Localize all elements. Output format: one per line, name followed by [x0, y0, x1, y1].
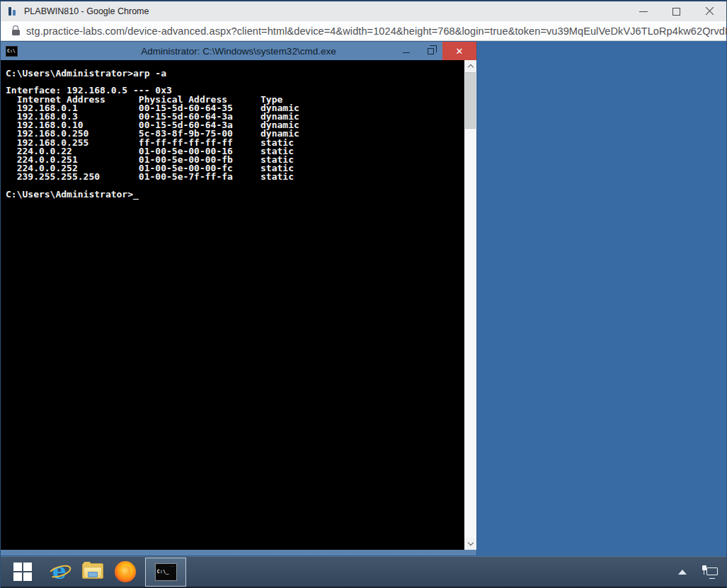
- cmd-icon-label: C:\_: [157, 569, 169, 575]
- cmd-icon: ... C:\_: [155, 563, 177, 581]
- scrollbar-thumb[interactable]: [465, 72, 476, 129]
- close-button[interactable]: [693, 1, 726, 21]
- windows-logo-icon: [13, 563, 32, 581]
- cmd-body: C:\Users\Administrator>arp -a Interface:…: [1, 60, 476, 550]
- restore-icon: [428, 48, 434, 54]
- cmd-restore-button[interactable]: [418, 42, 442, 60]
- site-favicon-icon: [8, 6, 18, 16]
- cmd-close-button[interactable]: ✕: [442, 42, 476, 60]
- minimize-icon: [639, 11, 648, 12]
- system-tray: [678, 557, 726, 587]
- taskbar-item-firefox[interactable]: [104, 557, 137, 587]
- chevron-down-icon: [467, 540, 473, 546]
- cmd-window-icon: C:\: [6, 46, 18, 57]
- window-controls: [626, 1, 726, 21]
- network-icon[interactable]: [702, 565, 718, 578]
- close-icon: ✕: [456, 47, 464, 56]
- scrollbar-track[interactable]: [464, 72, 476, 538]
- taskbar-item-cmd-active[interactable]: ... C:\_: [145, 558, 186, 587]
- show-hidden-icons-button[interactable]: [678, 570, 687, 575]
- start-button[interactable]: [6, 557, 39, 587]
- scroll-down-button[interactable]: [464, 538, 476, 550]
- maximize-icon: [672, 8, 680, 16]
- page-url: stg.practice-labs.com/device-advanced.as…: [26, 25, 727, 37]
- console-output[interactable]: C:\Users\Administrator>arp -a Interface:…: [1, 60, 464, 550]
- firefox-icon: [115, 561, 136, 582]
- cmd-window-controls: ✕: [394, 42, 476, 60]
- chevron-up-icon: [467, 64, 473, 70]
- file-explorer-icon: [82, 563, 103, 580]
- internet-explorer-icon: e: [50, 561, 71, 582]
- taskbar: e ... C:\_: [1, 556, 726, 588]
- minimize-button[interactable]: [626, 1, 660, 21]
- address-bar[interactable]: stg.practice-labs.com/device-advanced.as…: [1, 21, 726, 41]
- scroll-up-button[interactable]: [464, 60, 476, 72]
- taskbar-item-file-explorer[interactable]: [71, 557, 104, 587]
- lock-icon: [11, 25, 20, 36]
- maximize-button[interactable]: [660, 1, 693, 21]
- close-icon: [705, 7, 714, 16]
- console-scrollbar[interactable]: [464, 60, 476, 550]
- taskbar-item-internet-explorer[interactable]: e: [39, 557, 71, 587]
- cmd-titlebar[interactable]: C:\ Administrator: C:\Windows\system32\c…: [1, 42, 476, 60]
- cmd-icon-dots: ...: [170, 564, 175, 567]
- remote-desktop[interactable]: C:\ Administrator: C:\Windows\system32\c…: [1, 41, 726, 588]
- browser-titlebar: PLABWIN810 - Google Chrome: [1, 1, 726, 21]
- cmd-minimize-button[interactable]: [394, 42, 418, 60]
- minimize-icon: [403, 52, 410, 53]
- browser-window-title: PLABWIN810 - Google Chrome: [24, 6, 149, 16]
- cmd-window: C:\ Administrator: C:\Windows\system32\c…: [1, 42, 476, 555]
- browser-window: PLABWIN810 - Google Chrome stg.practice-…: [0, 0, 727, 588]
